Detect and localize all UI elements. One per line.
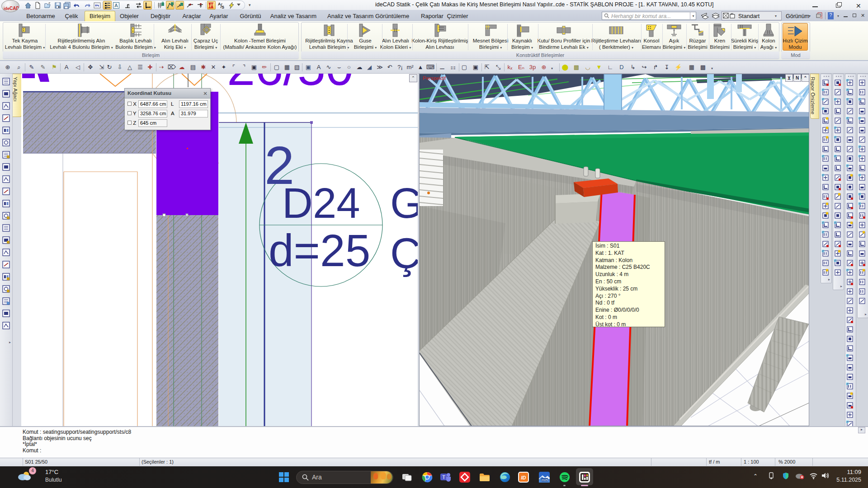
svg-text:26/50: 26/50 bbox=[227, 74, 354, 96]
svg-text:▸: ▸ bbox=[828, 277, 830, 282]
svg-text:▸: ▸ bbox=[865, 312, 867, 316]
svg-text:▸: ▸ bbox=[9, 340, 11, 344]
svg-text:▸: ▸ bbox=[840, 284, 842, 288]
svg-text:D24: D24 bbox=[282, 179, 360, 227]
svg-text:S: S bbox=[222, 5, 224, 9]
svg-text:Ç: Ç bbox=[390, 230, 418, 277]
svg-text:ID: ID bbox=[521, 475, 526, 480]
svg-text:Perspektif: Perspektif bbox=[423, 75, 446, 81]
svg-text:T: T bbox=[442, 474, 445, 480]
svg-text:d=25: d=25 bbox=[269, 225, 370, 276]
svg-text:2025: 2025 bbox=[541, 479, 548, 482]
svg-text:G: G bbox=[390, 179, 418, 227]
svg-text:A: A bbox=[114, 3, 118, 8]
svg-text:A: A bbox=[218, 2, 221, 6]
